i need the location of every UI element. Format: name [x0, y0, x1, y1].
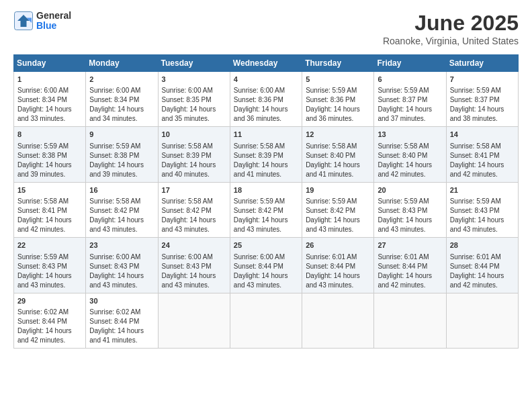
sunset-text: Sunset: 8:38 PM [89, 152, 139, 159]
sunset-text: Sunset: 8:41 PM [17, 207, 67, 214]
day-number: 27 [378, 240, 442, 250]
sunset-text: Sunset: 8:44 PM [306, 263, 355, 270]
daylight-text: Daylight: 14 hours and 43 minutes. [17, 272, 72, 289]
calendar-week-2: 8 Sunrise: 5:59 AM Sunset: 8:38 PM Dayli… [14, 127, 519, 182]
day-number: 1 [17, 75, 82, 85]
sunrise-text: Sunrise: 5:58 AM [89, 197, 140, 205]
calendar-cell [446, 293, 518, 348]
calendar-week-5: 29 Sunrise: 6:02 AM Sunset: 8:44 PM Dayl… [14, 293, 519, 348]
daylight-text: Daylight: 14 hours and 36 minutes. [234, 105, 288, 122]
day-number: 17 [162, 185, 226, 195]
calendar-cell: 18 Sunrise: 5:59 AM Sunset: 8:42 PM Dayl… [230, 182, 302, 237]
sunset-text: Sunset: 8:44 PM [378, 263, 427, 270]
day-number: 4 [234, 75, 298, 85]
sunrise-text: Sunrise: 6:00 AM [89, 253, 140, 261]
col-wednesday: Wednesday [230, 55, 302, 72]
calendar-cell: 4 Sunrise: 6:00 AM Sunset: 8:36 PM Dayli… [230, 72, 302, 127]
sunrise-text: Sunrise: 5:59 AM [17, 253, 69, 261]
sunset-text: Sunset: 8:43 PM [378, 207, 427, 214]
daylight-text: Daylight: 14 hours and 40 minutes. [162, 161, 216, 178]
sunset-text: Sunset: 8:36 PM [306, 96, 355, 103]
calendar-cell: 19 Sunrise: 5:59 AM Sunset: 8:42 PM Dayl… [302, 182, 374, 237]
logo-icon [13, 11, 34, 31]
day-number: 16 [89, 185, 154, 195]
calendar-cell: 11 Sunrise: 5:58 AM Sunset: 8:39 PM Dayl… [230, 127, 302, 182]
calendar-cell: 27 Sunrise: 6:01 AM Sunset: 8:44 PM Dayl… [374, 238, 446, 293]
daylight-text: Daylight: 14 hours and 38 minutes. [450, 105, 504, 122]
sunset-text: Sunset: 8:42 PM [306, 207, 355, 214]
day-number: 20 [378, 185, 442, 195]
day-number: 30 [89, 296, 154, 306]
daylight-text: Daylight: 14 hours and 43 minutes. [234, 272, 288, 289]
calendar-cell: 29 Sunrise: 6:02 AM Sunset: 8:44 PM Dayl… [14, 293, 86, 348]
daylight-text: Daylight: 14 hours and 41 minutes. [306, 161, 360, 178]
calendar-cell: 16 Sunrise: 5:58 AM Sunset: 8:42 PM Dayl… [86, 182, 158, 237]
calendar-cell: 7 Sunrise: 5:59 AM Sunset: 8:37 PM Dayli… [446, 72, 518, 127]
daylight-text: Daylight: 14 hours and 34 minutes. [89, 105, 144, 122]
sunset-text: Sunset: 8:38 PM [17, 152, 67, 159]
sunrise-text: Sunrise: 6:00 AM [162, 253, 213, 261]
sunset-text: Sunset: 8:43 PM [162, 263, 212, 270]
calendar-week-3: 15 Sunrise: 5:58 AM Sunset: 8:41 PM Dayl… [14, 182, 519, 237]
sunset-text: Sunset: 8:40 PM [378, 152, 427, 159]
sunrise-text: Sunrise: 5:59 AM [450, 197, 501, 205]
sunrise-text: Sunrise: 6:00 AM [234, 253, 285, 261]
col-monday: Monday [86, 55, 158, 72]
daylight-text: Daylight: 14 hours and 42 minutes. [450, 161, 504, 178]
daylight-text: Daylight: 14 hours and 43 minutes. [306, 272, 360, 289]
sunrise-text: Sunrise: 5:59 AM [234, 197, 285, 205]
sunrise-text: Sunrise: 5:58 AM [162, 197, 213, 205]
calendar-body: 1 Sunrise: 6:00 AM Sunset: 8:34 PM Dayli… [14, 72, 519, 349]
sunrise-text: Sunrise: 5:58 AM [306, 142, 357, 150]
calendar-cell: 2 Sunrise: 6:00 AM Sunset: 8:34 PM Dayli… [86, 72, 158, 127]
daylight-text: Daylight: 14 hours and 42 minutes. [378, 272, 432, 289]
calendar-cell: 10 Sunrise: 5:58 AM Sunset: 8:39 PM Dayl… [158, 127, 230, 182]
daylight-text: Daylight: 14 hours and 36 minutes. [306, 105, 360, 122]
daylight-text: Daylight: 14 hours and 43 minutes. [306, 216, 360, 233]
sunrise-text: Sunrise: 5:58 AM [234, 142, 285, 150]
day-number: 28 [450, 240, 515, 250]
calendar-week-4: 22 Sunrise: 5:59 AM Sunset: 8:43 PM Dayl… [14, 238, 519, 293]
day-number: 10 [162, 130, 226, 140]
day-number: 21 [450, 185, 515, 195]
daylight-text: Daylight: 14 hours and 43 minutes. [234, 216, 288, 233]
header: General Blue June 2025 Roanoke, Virginia… [13, 11, 519, 46]
day-number: 7 [450, 75, 515, 85]
header-row: Sunday Monday Tuesday Wednesday Thursday… [14, 55, 519, 72]
sunset-text: Sunset: 8:42 PM [234, 207, 283, 214]
calendar-cell [230, 293, 302, 348]
sunset-text: Sunset: 8:35 PM [162, 96, 212, 103]
day-number: 11 [234, 130, 298, 140]
sunrise-text: Sunrise: 6:02 AM [89, 308, 140, 316]
sunset-text: Sunset: 8:43 PM [89, 263, 139, 270]
sunset-text: Sunset: 8:41 PM [450, 152, 500, 159]
daylight-text: Daylight: 14 hours and 43 minutes. [378, 216, 432, 233]
calendar-cell: 28 Sunrise: 6:01 AM Sunset: 8:44 PM Dayl… [446, 238, 518, 293]
sunset-text: Sunset: 8:43 PM [450, 207, 500, 214]
sunrise-text: Sunrise: 5:59 AM [306, 87, 357, 94]
day-number: 23 [89, 240, 154, 250]
daylight-text: Daylight: 14 hours and 37 minutes. [378, 105, 432, 122]
day-number: 29 [17, 296, 82, 306]
sunrise-text: Sunrise: 6:01 AM [306, 253, 357, 261]
location: Roanoke, Virginia, United States [383, 36, 519, 46]
daylight-text: Daylight: 14 hours and 43 minutes. [162, 272, 216, 289]
logo-blue-text: Blue [36, 21, 71, 31]
calendar-cell: 30 Sunrise: 6:02 AM Sunset: 8:44 PM Dayl… [86, 293, 158, 348]
calendar-cell: 21 Sunrise: 5:59 AM Sunset: 8:43 PM Dayl… [446, 182, 518, 237]
calendar-cell: 9 Sunrise: 5:59 AM Sunset: 8:38 PM Dayli… [86, 127, 158, 182]
sunrise-text: Sunrise: 5:58 AM [450, 142, 501, 150]
day-number: 13 [378, 130, 442, 140]
month-title: June 2025 [383, 11, 519, 36]
sunset-text: Sunset: 8:34 PM [17, 96, 67, 103]
calendar-cell [158, 293, 230, 348]
sunrise-text: Sunrise: 5:59 AM [450, 87, 501, 94]
sunrise-text: Sunrise: 5:59 AM [306, 197, 357, 205]
sunrise-text: Sunrise: 6:00 AM [89, 87, 140, 94]
logo-text: General Blue [36, 11, 71, 32]
sunset-text: Sunset: 8:44 PM [89, 318, 139, 325]
daylight-text: Daylight: 14 hours and 39 minutes. [89, 161, 144, 178]
calendar-cell [302, 293, 374, 348]
sunrise-text: Sunrise: 6:02 AM [17, 308, 69, 316]
calendar-week-1: 1 Sunrise: 6:00 AM Sunset: 8:34 PM Dayli… [14, 72, 519, 127]
